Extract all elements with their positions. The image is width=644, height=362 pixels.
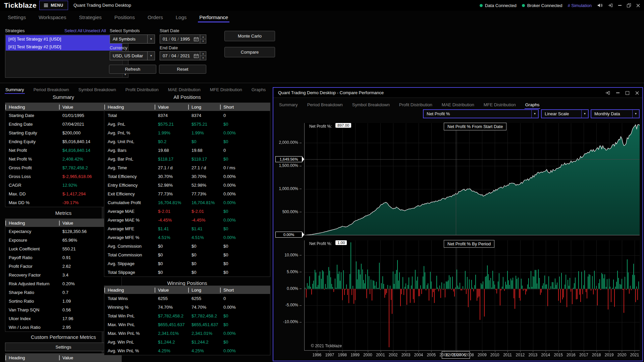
dock-icon[interactable] (605, 91, 610, 95)
end-date-field[interactable]: 07/ 04/ 2021 ▲▼ (160, 51, 206, 60)
table-row[interactable]: Total Slippage$0$0$0 (104, 268, 270, 277)
table-row[interactable]: Cumulative Profit16,704.81%16,704.81%0.0… (104, 198, 270, 207)
main-tab-performance[interactable]: Performance (199, 12, 229, 22)
column-header[interactable]: Short (220, 288, 270, 293)
main-tab-settings[interactable]: Settings (7, 12, 26, 22)
currency-dropdown[interactable]: USD, US Dollar ▼ (110, 51, 155, 60)
main-tab-orders[interactable]: Orders (147, 12, 164, 22)
table-row[interactable]: Avg. Win PnL$1,244.2$1,244.2$0 (104, 338, 270, 346)
restore-icon[interactable] (627, 3, 631, 7)
column-header[interactable]: Heading (5, 355, 59, 360)
table-row[interactable]: Total Wins625562550 (104, 294, 270, 303)
table-row[interactable]: Avg. Bars19.6819.680 (104, 146, 270, 155)
compare-button[interactable]: Compare (224, 47, 275, 57)
monte-carlo-button[interactable]: Monte Carlo (224, 31, 275, 41)
report-tab-summary[interactable]: Summary (5, 85, 24, 94)
table-row[interactable]: Entry Efficiency52.98%52.98%0.00% (104, 181, 270, 189)
scale-dropdown[interactable]: Linear Scale ▼ (541, 109, 589, 118)
table-row[interactable]: Total837483740 (104, 111, 270, 120)
table-row[interactable]: Average MAE$-2.01$-2.01$0 (104, 207, 270, 216)
start-day[interactable]: 01 (171, 37, 176, 42)
main-tab-positions[interactable]: Positions (114, 12, 136, 22)
table-row[interactable]: Total Commission$0$0$0 (104, 250, 270, 259)
end-day[interactable]: 04 (171, 53, 176, 58)
table-row[interactable]: Average MFE %4.51%4.51%0.00% (104, 233, 270, 242)
table-row[interactable]: Avg. Slippage$0$0$0 (104, 259, 270, 268)
select-all-link[interactable]: Select All (64, 28, 82, 33)
table-row[interactable]: Exit Efficiency77.73%77.73%0.00% (104, 189, 270, 198)
compare-tab-profit-distribution[interactable]: Profit Distribution (399, 101, 433, 109)
table-row[interactable]: Total Efficiency30.70%30.70%0.00% (104, 172, 270, 181)
minimize-icon[interactable] (618, 5, 622, 6)
date-spinner[interactable]: ▲▼ (200, 52, 206, 60)
reset-button[interactable]: Reset (159, 65, 206, 74)
table-row[interactable]: Max. Win PnL %2,341.01%2,341.01%0.00% (104, 329, 270, 338)
spin-up-icon[interactable]: ▲ (200, 35, 206, 39)
table-row[interactable]: Avg. Bar PnL$118.17$118.17$0 (104, 155, 270, 163)
report-tab-mfe-distribution[interactable]: MFE Distribution (210, 85, 243, 94)
compare-tab-summary[interactable]: Summary (279, 101, 298, 109)
compare-window-titlebar[interactable]: Quant Trading Demo Desktop - Compare Per… (273, 88, 642, 98)
report-tab-graphs[interactable]: Graphs (251, 85, 266, 94)
equity-curve-chart[interactable] (304, 123, 640, 235)
column-header[interactable]: Heading (5, 221, 59, 226)
menu-button[interactable]: MENU (39, 1, 68, 10)
table-row[interactable]: Avg. Time27.1 / d27.1 / d0 / ms (104, 163, 270, 172)
dock-icon[interactable] (608, 3, 613, 7)
compare-tab-mfe-distribution[interactable]: MFE Distribution (483, 101, 516, 109)
start-date-field[interactable]: 01/ 01/ 1995 ▲▼ (160, 35, 206, 44)
close-icon[interactable] (636, 4, 640, 7)
table-row[interactable]: Avg. Unit PnL$0.2$0$0 (104, 137, 270, 146)
symbols-dropdown[interactable]: All Symbols ▼ (110, 35, 155, 44)
compare-tab-mae-distribution[interactable]: MAE Distribution (441, 101, 475, 109)
column-header[interactable]: Short (220, 105, 270, 110)
table-row[interactable]: Winning %74.70%74.70%0.00% (104, 303, 270, 311)
speaker-icon[interactable] (597, 3, 603, 8)
spin-down-icon[interactable]: ▼ (200, 56, 206, 60)
table-row[interactable]: Avg. PnL %1.99%1.99%0.00% (104, 128, 270, 137)
column-header[interactable]: Value (155, 105, 188, 110)
period-returns-chart[interactable] (304, 240, 640, 351)
report-tab-period-breakdown[interactable]: Period Breakdown (33, 85, 69, 94)
report-tab-profit-distribution[interactable]: Profit Distribution (125, 85, 159, 94)
calendar-icon[interactable] (193, 52, 200, 60)
end-year[interactable]: 2021 (180, 53, 190, 58)
maximize-icon[interactable] (626, 91, 629, 95)
start-month[interactable]: 01 (163, 37, 167, 42)
close-icon[interactable] (635, 91, 639, 95)
graph-type-dropdown[interactable]: Net Profit % ▼ (423, 109, 539, 118)
end-month[interactable]: 07 (163, 53, 167, 58)
report-tab-mae-distribution[interactable]: MAE Distribution (168, 85, 201, 94)
compare-tab-period-breakdown[interactable]: Period Breakdown (307, 101, 343, 109)
spin-up-icon[interactable]: ▲ (200, 52, 206, 56)
column-header[interactable]: Heading (104, 105, 155, 110)
compare-tab-graphs[interactable]: Graphs (525, 101, 540, 109)
date-spinner[interactable]: ▲▼ (200, 35, 206, 43)
table-row[interactable]: Max. Win PnL$655,451.637$655,451.637$0 (104, 320, 270, 329)
unselect-all-link[interactable]: Unselect All (83, 28, 106, 33)
column-header[interactable]: Heading (104, 288, 155, 293)
refresh-button[interactable]: Refresh (109, 65, 156, 74)
table-row[interactable]: Avg. PnL$575.21$575.21$0 (104, 120, 270, 128)
table-row[interactable]: Average MFE$1.41$1.41$0 (104, 224, 270, 233)
table-row[interactable]: Average MAE %-4.45%-4.45%0.00% (104, 216, 270, 224)
start-year[interactable]: 1995 (180, 37, 190, 42)
column-header[interactable]: Long (188, 105, 220, 110)
main-tab-workspaces[interactable]: Workspaces (38, 12, 67, 22)
column-header[interactable]: Heading (5, 105, 59, 110)
spin-down-icon[interactable]: ▼ (200, 39, 206, 43)
calendar-icon[interactable] (193, 35, 200, 43)
minimize-icon[interactable] (616, 93, 620, 93)
column-header[interactable]: Value (155, 288, 188, 293)
column-header[interactable]: Long (188, 288, 220, 293)
period-dropdown[interactable]: Monthly Data ▼ (591, 109, 640, 118)
column-header[interactable]: Value (59, 355, 121, 360)
main-tab-logs[interactable]: Logs (175, 12, 187, 22)
report-tab-symbol-breakdown[interactable]: Symbol Breakdown (78, 85, 116, 94)
main-tab-strategies[interactable]: Strategies (78, 12, 102, 22)
strategy-list-item[interactable]: [#0] Test Strategy #1 [USD] (6, 35, 122, 43)
table-row[interactable]: Avg. Commission$0$0$0 (104, 242, 270, 250)
strategy-list-item[interactable]: [#1] Test Strategy #2 [USD] (6, 43, 122, 51)
table-row[interactable]: Total Win PnL$7,782,458.2$7,782,458.2$0 (104, 311, 270, 320)
compare-tab-symbol-breakdown[interactable]: Symbol Breakdown (352, 101, 390, 109)
